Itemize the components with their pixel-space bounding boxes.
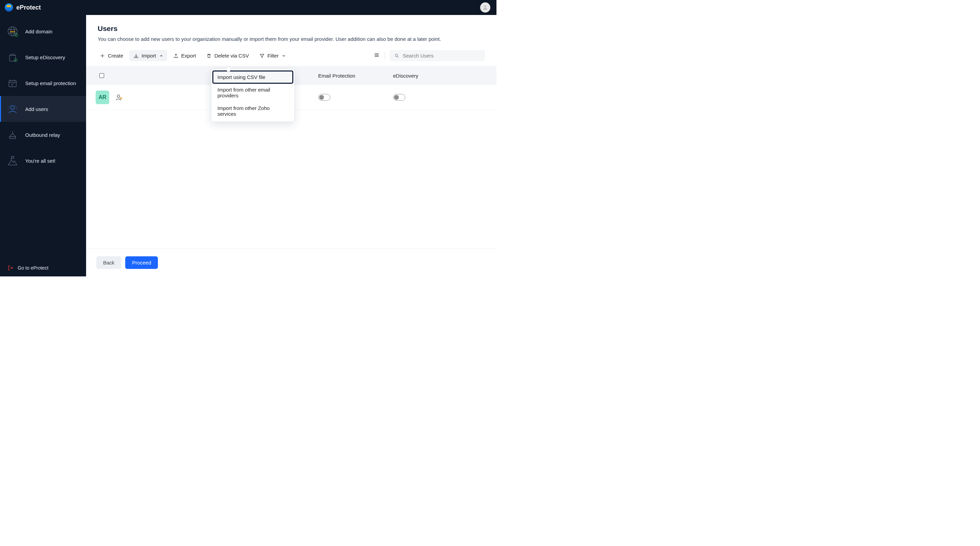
add-user-icon: [6, 102, 19, 115]
row-ediscovery-cell: [393, 94, 490, 101]
svg-point-21: [118, 95, 120, 97]
sidebar-item-setup-ediscovery[interactable]: Setup eDiscovery: [0, 44, 86, 70]
sidebar-item-label: Add users: [25, 106, 48, 112]
brand-logo-icon: [5, 3, 13, 11]
sidebar-item-label: Outbound relay: [25, 132, 60, 138]
trash-icon: [206, 53, 212, 59]
delete-csv-label: Delete via CSV: [215, 53, 249, 59]
export-label: Export: [181, 53, 196, 59]
sidebar-item-outbound-relay[interactable]: Outbound relay: [0, 122, 86, 148]
sidebar-footer-link[interactable]: Go to eProtect: [0, 259, 86, 276]
brand-name: eProtect: [16, 4, 41, 11]
sidebar: WWW Add domain Setup eDiscovery Setup em…: [0, 15, 86, 276]
filter-label: Filter: [267, 53, 279, 59]
globe-www-icon: WWW: [6, 25, 19, 38]
export-button[interactable]: Export: [169, 50, 200, 61]
svg-rect-7: [9, 81, 16, 87]
filter-icon: [259, 53, 265, 59]
user-initials-avatar: AR: [95, 91, 109, 104]
outbound-relay-icon: [6, 128, 19, 141]
svg-line-20: [398, 56, 398, 57]
import-csv-option[interactable]: Import using CSV file: [213, 71, 293, 83]
sidebar-item-all-set[interactable]: You're all set!: [0, 148, 86, 174]
checkbox-icon: [99, 73, 104, 78]
svg-text:WWW: WWW: [10, 31, 15, 33]
sidebar-item-label: Setup eDiscovery: [25, 54, 65, 60]
sidebar-item-label: Add domain: [25, 29, 52, 34]
col-ediscovery: eDiscovery: [393, 73, 490, 79]
row-email-protection-cell: [318, 94, 393, 101]
svg-point-11: [11, 106, 14, 110]
search-input[interactable]: [402, 53, 480, 59]
import-button[interactable]: Import: [129, 50, 167, 61]
search-input-wrap[interactable]: [390, 50, 485, 61]
create-button[interactable]: Create: [95, 50, 127, 61]
svg-point-19: [395, 54, 398, 57]
sidebar-item-label: You're all set!: [25, 158, 56, 164]
hamburger-icon: [374, 52, 380, 58]
calendar-edit-icon: [6, 76, 19, 89]
density-button[interactable]: [374, 52, 380, 59]
toolbar-right: [374, 50, 485, 61]
create-label: Create: [108, 53, 123, 59]
filter-button[interactable]: Filter: [255, 50, 290, 61]
page-footer: Back Proceed: [86, 248, 496, 276]
toolbar-separator: [385, 52, 385, 60]
import-other-email-option[interactable]: Import from other email providers: [213, 83, 293, 102]
main-content: Users You can choose to add new users to…: [86, 15, 496, 276]
import-label: Import: [142, 53, 156, 59]
topbar: eProtect: [0, 0, 496, 15]
delete-csv-button[interactable]: Delete via CSV: [202, 50, 253, 61]
sidebar-nav: WWW Add domain Setup eDiscovery Setup em…: [0, 15, 86, 174]
sidebar-footer-label: Go to eProtect: [18, 265, 48, 271]
row-name-cell: [111, 94, 199, 101]
chevron-up-icon: [159, 54, 163, 57]
proceed-button[interactable]: Proceed: [125, 256, 158, 269]
email-protection-toggle[interactable]: [318, 94, 331, 101]
person-icon: [482, 5, 488, 11]
chevron-down-icon: [282, 54, 285, 57]
sidebar-item-label: Setup email protection: [25, 80, 76, 86]
plus-icon: [100, 53, 105, 59]
import-icon: [134, 53, 139, 59]
ediscovery-toggle[interactable]: [393, 94, 405, 101]
sidebar-item-add-users[interactable]: Add users: [0, 96, 86, 122]
user-role-icon: [115, 94, 123, 101]
sidebar-item-setup-email-protection[interactable]: Setup email protection: [0, 70, 86, 96]
col-email-protection: Email Protection: [318, 73, 393, 79]
user-avatar[interactable]: [480, 2, 490, 13]
toolbar: Create Import Export Delete via CSV: [86, 45, 496, 66]
search-icon: [395, 53, 399, 59]
import-dropdown: Import using CSV file Import from other …: [211, 69, 295, 122]
sidebar-item-add-domain[interactable]: WWW Add domain: [0, 18, 86, 44]
back-button[interactable]: Back: [96, 256, 121, 269]
page-header: Users You can choose to add new users to…: [86, 15, 496, 45]
row-avatar-cell: AR: [93, 91, 111, 104]
ediscovery-icon: [6, 51, 19, 64]
page-title: Users: [98, 24, 485, 33]
flag-mountain-icon: [6, 154, 19, 167]
page-description: You can choose to add new users to your …: [98, 36, 485, 42]
toolbar-left: Create Import Export Delete via CSV: [95, 50, 290, 61]
brand: eProtect: [5, 3, 41, 11]
select-all-cell[interactable]: [93, 73, 111, 78]
import-other-zoho-option[interactable]: Import from other Zoho services: [213, 102, 293, 120]
exit-icon: [8, 265, 14, 271]
export-icon: [173, 53, 179, 59]
